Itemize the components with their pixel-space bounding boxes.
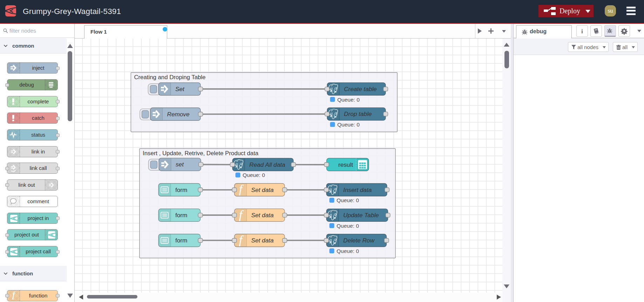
svg-text:Set data: Set data: [251, 212, 274, 219]
svg-text:form: form: [175, 186, 187, 193]
svg-text:Insert , Update, Retrive, Dele: Insert , Update, Retrive, Delete Product…: [143, 150, 259, 157]
svg-text:Delete Row: Delete Row: [343, 237, 375, 244]
svg-text:Set data: Set data: [251, 237, 274, 244]
svg-text:Create table: Create table: [344, 85, 377, 92]
svg-text:form: form: [175, 237, 187, 244]
svg-text:Insert data: Insert data: [343, 186, 372, 193]
svg-text:Set: Set: [175, 85, 185, 92]
svg-text:Drop table: Drop table: [344, 110, 372, 117]
svg-text:result: result: [338, 161, 353, 168]
svg-text:form: form: [175, 212, 187, 219]
svg-text:Creating and Droping Table: Creating and Droping Table: [134, 74, 205, 81]
svg-text:Update Table: Update Table: [343, 212, 379, 219]
svg-text:Set data: Set data: [251, 186, 274, 193]
svg-text:set: set: [176, 161, 184, 168]
svg-text:Read All data: Read All data: [249, 161, 285, 168]
svg-text:i: i: [581, 28, 583, 35]
svg-text:Remove: Remove: [167, 111, 190, 118]
